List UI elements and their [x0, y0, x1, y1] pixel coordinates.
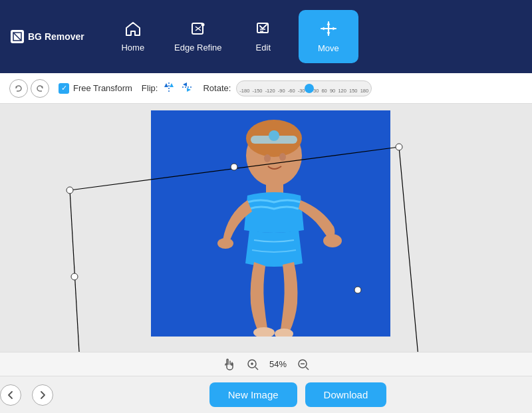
nav-edge-refine-button[interactable]: Edge Refine: [168, 10, 228, 63]
flip-vertical-button[interactable]: [180, 80, 194, 97]
toolbar-history-nav: [9, 79, 49, 98]
toolbar: ✓ Free Transform Flip: Rotate:: [0, 73, 532, 104]
svg-marker-7: [327, 22, 330, 25]
flip-label: Flip:: [142, 83, 158, 93]
nav-edge-refine-label: Edge Refine: [174, 43, 222, 53]
nav-move-label: Move: [318, 43, 339, 53]
rotate-label: Rotate:: [203, 83, 231, 93]
rotate-section: Rotate: -180 -150 -120 -90 -60 -30 0 30 …: [203, 80, 372, 96]
zoom-in-button[interactable]: [247, 358, 259, 370]
zoom-percent-label: 54%: [269, 359, 287, 369]
main-area: ✓ Free Transform Flip: Rotate:: [0, 73, 532, 413]
footer-forward-button[interactable]: [32, 384, 53, 406]
svg-point-30: [264, 154, 271, 162]
status-bar: 54%: [0, 352, 532, 376]
svg-line-1: [13, 33, 21, 41]
svg-line-43: [306, 367, 309, 370]
footer-back-button[interactable]: [0, 384, 21, 406]
free-transform-toggle[interactable]: ✓ Free Transform: [59, 83, 132, 94]
svg-point-29: [269, 130, 279, 141]
app-name-label: BG Remover: [28, 31, 84, 42]
free-transform-label: Free Transform: [73, 83, 132, 93]
app-title: BG Remover: [11, 30, 84, 43]
svg-marker-10: [332, 27, 336, 30]
edit-icon: [255, 21, 271, 39]
undo-button[interactable]: [9, 79, 28, 98]
svg-point-17: [66, 187, 73, 194]
flip-horizontal-button[interactable]: [162, 80, 176, 96]
svg-line-14: [399, 147, 426, 352]
svg-marker-8: [327, 32, 330, 35]
content-area: 54% New Image Download: [0, 104, 532, 413]
svg-point-34: [323, 234, 342, 247]
svg-point-31: [279, 153, 286, 161]
nav-edit-button[interactable]: Edit: [233, 10, 293, 63]
rotate-thumb[interactable]: [305, 84, 314, 93]
image-blue-bg: [151, 110, 390, 337]
svg-line-15: [70, 190, 80, 352]
download-button[interactable]: Download: [305, 382, 387, 407]
canvas-area[interactable]: [0, 104, 532, 352]
nav-home-button[interactable]: Home: [103, 10, 163, 63]
svg-point-24: [71, 273, 78, 280]
svg-line-40: [255, 367, 258, 370]
zoom-out-button[interactable]: [297, 358, 309, 370]
svg-point-18: [396, 144, 402, 150]
move-icon: [320, 21, 337, 39]
redo-button[interactable]: [31, 79, 49, 98]
new-image-button[interactable]: New Image: [209, 382, 297, 407]
child-image-svg: [151, 110, 390, 337]
navbar: BG Remover Home Edge Refine: [0, 0, 532, 73]
home-icon: [125, 21, 141, 39]
nav-move-button[interactable]: Move: [299, 10, 358, 63]
nav-edit-label: Edit: [256, 43, 271, 53]
edge-refine-icon: [190, 21, 206, 39]
hand-tool-button[interactable]: [223, 358, 236, 371]
nav-home-label: Home: [121, 43, 144, 53]
footer-actions: New Image Download: [209, 382, 387, 407]
app-logo-icon: [11, 30, 24, 43]
footer: New Image Download: [0, 376, 532, 413]
svg-marker-9: [321, 27, 325, 30]
free-transform-checkbox: ✓: [59, 83, 69, 94]
flip-section: Flip:: [142, 80, 194, 97]
rotate-ruler[interactable]: -180 -150 -120 -90 -60 -30 0 30 60 90 12…: [236, 80, 372, 96]
svg-point-33: [217, 238, 233, 249]
ruler-labels: -180 -150 -120 -90 -60 -30 0 30 60 90 12…: [238, 88, 370, 94]
